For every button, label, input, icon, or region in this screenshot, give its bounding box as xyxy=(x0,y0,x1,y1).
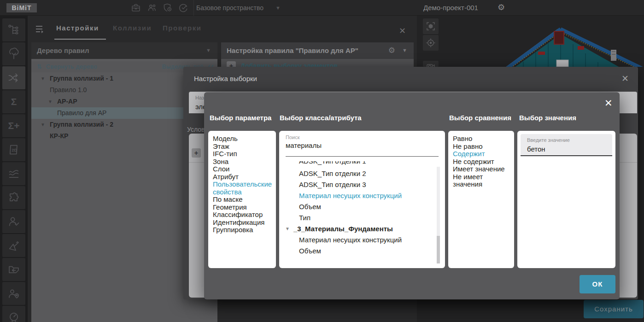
caret-down-icon[interactable]: ▼ xyxy=(41,119,45,130)
attr-scrollbar-thumb[interactable] xyxy=(437,236,440,263)
parameter-item[interactable]: Идентификация xyxy=(213,219,271,227)
close-icon[interactable]: ✕ xyxy=(604,98,613,109)
sidebar-item-sigma[interactable]: Σ xyxy=(2,90,25,113)
sidebar-item-collisions[interactable] xyxy=(2,66,25,89)
search-label: Поиск xyxy=(286,135,299,140)
collapse-tree-button[interactable]: ⇅ Свернуть дерево xyxy=(37,63,97,70)
parameter-item-selected[interactable]: Пользовательские свойства xyxy=(213,181,271,196)
panel-close-icon[interactable]: ✕ xyxy=(399,26,406,36)
parameter-item[interactable]: Зона xyxy=(213,158,271,166)
comparison-item[interactable]: Равно xyxy=(453,135,509,143)
active-tab-underline xyxy=(54,39,106,40)
tab-collisions[interactable]: Коллизии xyxy=(113,24,152,32)
comparison-item[interactable]: Не содержит xyxy=(453,158,509,166)
sidebar-item-sigma-plus[interactable]: Σ+ xyxy=(2,114,25,137)
rule-gear-icon[interactable]: ⚙ xyxy=(388,46,395,55)
parameter-item[interactable]: Модель xyxy=(213,135,271,143)
parameter-column-header: Выбор параметра xyxy=(210,114,271,122)
sidebar-item-2d[interactable]: 2D xyxy=(2,138,25,161)
chevron-down-icon[interactable]: ▼ xyxy=(402,47,407,53)
comparison-column-header: Выбор сравнения xyxy=(449,114,511,122)
attr-item[interactable]: Материал несущих конструкций xyxy=(279,234,431,246)
comparison-list: Равно Не равно Содержит Не содержит Имее… xyxy=(448,131,514,268)
sidebar: Σ Σ+ 2D xyxy=(0,16,28,322)
sidebar-item-charts[interactable] xyxy=(2,162,25,185)
selection-modal-title: Настройка выборки xyxy=(194,75,257,82)
team-icon[interactable] xyxy=(146,2,158,14)
attr-item[interactable]: Тип xyxy=(279,212,431,223)
attr-scrollbar-track[interactable] xyxy=(437,167,440,263)
tabs-row: Настройки Коллизии Проверки ✕ xyxy=(28,16,417,41)
close-icon[interactable]: ✕ xyxy=(621,73,629,84)
person-check-icon xyxy=(7,215,20,228)
puzzle-icon xyxy=(7,191,20,204)
parameter-item[interactable]: Атрибут xyxy=(213,173,271,181)
value-input-field[interactable]: Введите значение бетон xyxy=(521,134,612,156)
sidebar-item-construction[interactable] xyxy=(2,234,25,257)
caret-down-icon[interactable]: ▼ xyxy=(285,223,290,234)
save-button[interactable]: Сохранить xyxy=(584,300,644,318)
locate-target-button[interactable] xyxy=(423,35,439,51)
chevron-down-icon: ▼ xyxy=(206,47,211,53)
attr-item[interactable]: ADSK_Тип отделки 2 xyxy=(279,168,431,179)
camera-view-button[interactable] xyxy=(423,61,439,67)
parameter-item[interactable]: Классификатор xyxy=(213,211,271,219)
comparison-item[interactable]: Имеет значение xyxy=(453,165,509,173)
condition-picker-modal: ✕ Выбор параметра Выбор класса/атрибута … xyxy=(204,92,620,299)
doc-2d-icon: 2D xyxy=(7,143,20,156)
menu-collapse-icon[interactable] xyxy=(35,25,45,33)
collapse-arrows-icon: ⇅ xyxy=(37,63,42,70)
shuffle-icon xyxy=(7,71,20,84)
gauge-icon xyxy=(7,311,20,322)
check-circle-icon[interactable] xyxy=(178,2,190,14)
app-root: BiMiT Базовое пространство ▼ Демо-проект… xyxy=(0,0,644,322)
comparison-item[interactable]: Не равно xyxy=(453,143,509,151)
plus-icon[interactable]: + xyxy=(192,148,201,158)
folder-export-icon xyxy=(7,263,20,276)
parameter-item[interactable]: Слои xyxy=(213,165,271,173)
parameter-item[interactable]: Этаж xyxy=(213,143,271,151)
tab-checks[interactable]: Проверки xyxy=(163,24,201,32)
shield-status-icon[interactable] xyxy=(162,2,174,14)
sidebar-item-model-tree[interactable] xyxy=(2,42,25,65)
parameter-item[interactable]: IFC-тип xyxy=(213,150,271,158)
rules-tree-header[interactable]: Дерево правил ▼ xyxy=(31,42,217,59)
attr-item-clipped[interactable]: ADSK_Тип отделки 1 xyxy=(279,161,431,168)
project-title: Демо-проект-001 xyxy=(423,0,478,16)
sidebar-item-plugins[interactable] xyxy=(2,186,25,209)
bimit-logo: BiMiT xyxy=(6,3,37,12)
comparison-item[interactable]: Не имеет значения xyxy=(453,173,509,188)
sidebar-item-approvals[interactable] xyxy=(2,210,25,233)
workspace-selector[interactable]: Базовое пространство ▼ xyxy=(196,0,263,16)
tab-settings[interactable]: Настройки xyxy=(56,24,99,32)
ok-button[interactable]: ОК xyxy=(580,275,615,293)
briefcase-icon[interactable] xyxy=(130,2,142,14)
value-input-label: Введите значение xyxy=(527,137,570,143)
parameter-item[interactable]: Группировка xyxy=(213,226,271,234)
chart-waves-icon xyxy=(7,167,20,180)
svg-text:2D: 2D xyxy=(12,148,17,152)
parameter-item[interactable]: По маске xyxy=(213,196,271,204)
zoom-fit-button[interactable] xyxy=(423,18,439,34)
camera-icon xyxy=(425,62,436,67)
sidebar-item-locate-person[interactable] xyxy=(2,282,25,305)
value-column-header: Выбор значения xyxy=(519,114,576,122)
parameter-item[interactable]: Геометрия xyxy=(213,204,271,211)
sidebar-item-tree-structure[interactable] xyxy=(2,18,25,41)
comparison-item-selected[interactable]: Содержит xyxy=(453,150,509,158)
caret-down-icon[interactable]: ▼ xyxy=(48,96,53,107)
sidebar-item-export[interactable] xyxy=(2,258,25,281)
project-settings-gear-icon[interactable]: ⚙ xyxy=(498,0,505,16)
chevron-down-icon: ▼ xyxy=(275,0,281,16)
search-input[interactable]: материалы xyxy=(286,141,322,149)
caret-down-icon[interactable]: ▼ xyxy=(41,73,45,84)
workspace-label: Базовое пространство xyxy=(196,4,263,12)
attr-item-selected[interactable]: Материал несущих конструкций xyxy=(279,190,431,201)
attr-group-row[interactable]: ▼ _3_Материалы_Фундаменты xyxy=(279,223,431,234)
house-model xyxy=(479,18,644,67)
sidebar-item-dashboard[interactable] xyxy=(2,306,25,322)
attr-item[interactable]: Объем xyxy=(279,201,431,212)
rule-settings-title: Настройка правила "Правило для АР" xyxy=(227,47,358,54)
attr-item[interactable]: Объем xyxy=(279,246,431,257)
attr-item[interactable]: ADSK_Тип отделки 3 xyxy=(279,179,431,190)
